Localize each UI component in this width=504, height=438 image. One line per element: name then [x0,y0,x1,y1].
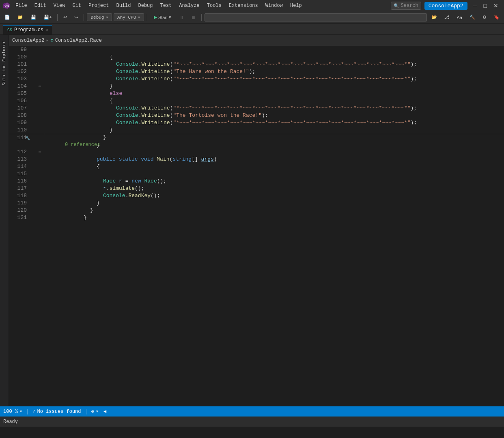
minimize-button[interactable]: ─ [471,2,480,9]
open-button[interactable]: 📁 [15,13,26,21]
title-bar-right: 🔍 Search ConsoleApp2 ─ □ ✕ [391,2,501,10]
menu-view[interactable]: View [50,2,69,9]
solution-explorer-label[interactable]: Solution Explorer [2,41,6,86]
code-line-99: { [45,46,504,54]
window-title: ConsoleApp2 [424,2,467,10]
pause-button[interactable]: ⏸ [177,14,187,21]
line-117-row: 117 [9,185,44,192]
code-line-110: } [45,127,504,134]
tab-close-button[interactable]: ✕ [45,28,48,32]
line-120-row: 120 [9,207,44,214]
warning-button[interactable]: ⚙ ▾ [91,408,99,414]
dropdown-icon: ▾ [96,408,99,414]
play-icon: ▶ [154,15,157,20]
menu-analyze[interactable]: Analyze [176,2,202,9]
menu-file[interactable]: File [12,2,30,9]
line-num-108: 108 [9,112,30,119]
menu-project[interactable]: Project [85,2,112,9]
zoom-value: 100 % [3,409,18,414]
menu-help[interactable]: Help [287,2,305,9]
line-num-101: 101 [9,61,30,68]
code-line-111: } [45,134,504,141]
code-hint-112: 0 references [45,141,504,148]
status-sep [27,409,28,414]
search-box[interactable]: 🔍 Search [391,2,421,10]
code-line-106: Console.WriteLine("*~~~*~~~*~~~*~~~*~~~*… [45,97,504,105]
solution-explorer-button[interactable]: 📂 [429,13,440,21]
menu-debug[interactable]: Debug [135,2,156,9]
line-num-102: 102 [9,68,30,75]
menu-git[interactable]: Git [69,2,84,9]
save-button[interactable]: 💾 [28,13,39,21]
code-editor[interactable]: 99 100 101 102 [9,46,504,221]
line-num-107: 107 [9,105,30,112]
line-108-row: 108 [9,112,44,119]
maximize-button[interactable]: □ [481,2,489,9]
line-116-row: 116 [9,178,44,185]
menu-extensions[interactable]: Extensions [226,2,261,9]
collapse-112[interactable]: ▭ [36,148,44,156]
line-112-row: 112 ▭ [9,148,44,156]
line-number-gutter: 99 100 101 102 [9,46,44,221]
menu-tools[interactable]: Tools [204,2,225,9]
tab-bar: CS Program.cs ✕ [0,24,504,35]
code-line-119: } [45,200,504,207]
breadcrumb-separator: ▸ [46,37,49,43]
format-button[interactable]: Aa [454,14,465,21]
menu-window[interactable]: Window [262,2,286,9]
status-bar: 100 % ▾ ✓ No issues found ⚙ ▾ ◀ [0,406,504,417]
new-project-button[interactable]: 📄 [2,13,13,21]
line-102-row: 102 [9,68,44,75]
vs-logo: VS [3,2,10,9]
line-num-105: 105 [9,90,30,97]
no-issues-status[interactable]: ✓ No issues found [32,408,81,414]
build-toolbar-button[interactable]: 🔨 [467,13,478,21]
line-num-121: 121 [9,214,30,221]
zoom-dropdown-icon: ▾ [19,408,22,414]
line-110-row: 110 [9,127,44,134]
chevron-down-icon: ▾ [106,15,108,20]
line-num-110: 110 [9,127,30,134]
line-num-104: 104 [9,83,30,90]
line-num-118: 118 [9,192,30,200]
chevron-down-icon: ▾ [169,15,171,20]
line-107-row: 107 [9,105,44,112]
git-button[interactable]: ⎇ [442,13,452,21]
bottom-bar: Ready [0,417,504,427]
search-field[interactable] [205,13,426,21]
undo-button[interactable]: ↩ [60,13,70,21]
save-all-button[interactable]: 💾+ [41,13,54,21]
properties-button[interactable]: ⚙ [480,13,489,21]
line-99-row: 99 [9,46,44,54]
zoom-control[interactable]: 100 % ▾ [3,408,22,414]
menu-edit[interactable]: Edit [31,2,50,9]
menu-build[interactable]: Build [113,2,134,9]
ready-label: Ready [3,419,18,425]
code-editor-container[interactable]: ConsoleApp2 ▸ ⚙ ConsoleApp2.Race 99 100 [9,35,504,406]
platform-dropdown[interactable]: Any CPU ▾ [114,13,144,21]
sep4 [201,14,202,21]
redo-button[interactable]: ↪ [71,13,81,21]
close-button[interactable]: ✕ [491,2,501,9]
line-114-row: 114 [9,163,44,170]
line-hint-row [9,141,44,148]
code-lines[interactable]: { Console.WriteLine("*~~~*~~~*~~~*~~~*~~… [44,46,504,221]
bookmark-button[interactable]: 🔖 [491,13,502,21]
nav-arrow[interactable]: ◀ [103,408,106,414]
menu-test[interactable]: Test [157,2,175,9]
start-button[interactable]: ▶ Start ▾ [150,13,175,21]
code-breadcrumb: ConsoleApp2 ▸ ⚙ ConsoleApp2.Race [9,35,504,46]
line-num-109: 109 [9,119,30,127]
menu-bar: File Edit View Git Project Build Debug T… [12,2,388,9]
code-line-104: else [45,83,504,90]
debug-mode-dropdown[interactable]: Debug ▾ [87,13,112,21]
collapse-104[interactable]: ▭ [36,83,44,90]
sep3 [147,14,147,21]
code-line-114 [45,163,504,170]
stop-button[interactable]: ⏹ [188,14,198,21]
tab-program-cs[interactable]: CS Program.cs ✕ [3,25,52,34]
title-bar: VS File Edit View Git Project Build Debu… [0,0,504,11]
search-label: Search [401,3,418,9]
check-icon: ✓ [32,408,35,414]
chevron-down-icon: ▾ [138,15,140,20]
